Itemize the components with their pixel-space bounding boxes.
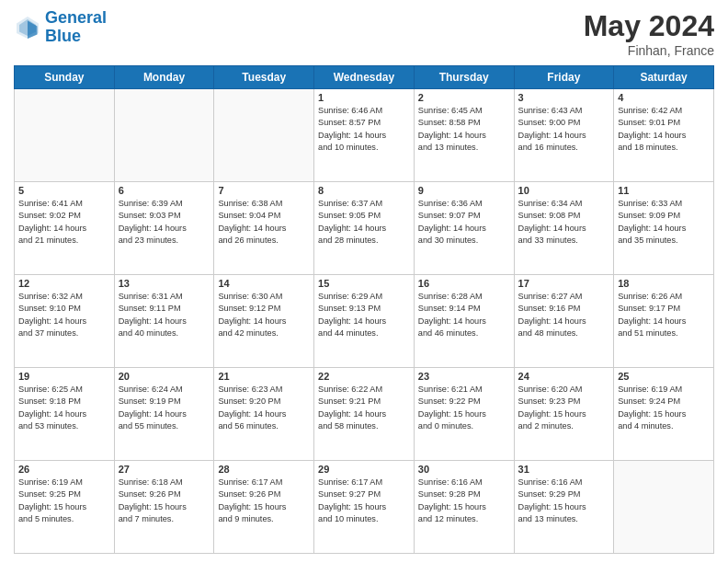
day-header-friday: Friday — [514, 66, 614, 89]
day-header-sunday: Sunday — [15, 66, 115, 89]
calendar-week-1: 1Sunrise: 6:46 AM Sunset: 8:57 PM Daylig… — [15, 89, 714, 182]
day-number: 23 — [418, 371, 510, 382]
day-number: 24 — [518, 371, 610, 382]
cell-info: Sunrise: 6:19 AM Sunset: 9:24 PM Dayligh… — [618, 384, 710, 432]
calendar-cell: 25Sunrise: 6:19 AM Sunset: 9:24 PM Dayli… — [614, 368, 714, 461]
day-number: 6 — [119, 185, 210, 196]
day-number: 18 — [618, 278, 710, 289]
cell-info: Sunrise: 6:28 AM Sunset: 9:14 PM Dayligh… — [418, 291, 510, 339]
day-number: 10 — [518, 185, 610, 196]
calendar-cell: 14Sunrise: 6:30 AM Sunset: 9:12 PM Dayli… — [214, 275, 314, 368]
day-number: 13 — [119, 278, 210, 289]
calendar-cell — [614, 461, 714, 554]
logo-line1: General — [45, 8, 107, 27]
cell-info: Sunrise: 6:33 AM Sunset: 9:09 PM Dayligh… — [618, 198, 710, 247]
calendar-cell — [114, 89, 214, 182]
day-number: 15 — [318, 278, 410, 289]
cell-info: Sunrise: 6:46 AM Sunset: 8:57 PM Dayligh… — [318, 105, 410, 154]
day-number: 20 — [119, 371, 210, 382]
logo-line2: Blue — [45, 27, 81, 45]
day-header-saturday: Saturday — [614, 66, 714, 89]
calendar-cell: 28Sunrise: 6:17 AM Sunset: 9:26 PM Dayli… — [214, 461, 314, 554]
day-number: 27 — [119, 464, 210, 475]
calendar-cell: 7Sunrise: 6:38 AM Sunset: 9:04 PM Daylig… — [214, 182, 314, 275]
day-header-thursday: Thursday — [414, 66, 514, 89]
calendar-cell: 18Sunrise: 6:26 AM Sunset: 9:17 PM Dayli… — [614, 275, 714, 368]
calendar-cell: 24Sunrise: 6:20 AM Sunset: 9:23 PM Dayli… — [514, 368, 614, 461]
calendar-week-3: 12Sunrise: 6:32 AM Sunset: 9:10 PM Dayli… — [15, 275, 714, 368]
month-title: May 2024 — [584, 9, 714, 43]
calendar-cell: 8Sunrise: 6:37 AM Sunset: 9:05 PM Daylig… — [314, 182, 415, 275]
calendar-cell: 5Sunrise: 6:41 AM Sunset: 9:02 PM Daylig… — [15, 182, 115, 275]
cell-info: Sunrise: 6:16 AM Sunset: 9:28 PM Dayligh… — [418, 477, 510, 525]
calendar-week-5: 26Sunrise: 6:19 AM Sunset: 9:25 PM Dayli… — [15, 461, 714, 554]
cell-info: Sunrise: 6:19 AM Sunset: 9:25 PM Dayligh… — [18, 477, 110, 525]
day-number: 26 — [18, 464, 110, 475]
cell-info: Sunrise: 6:32 AM Sunset: 9:10 PM Dayligh… — [18, 291, 110, 339]
day-number: 14 — [218, 278, 310, 289]
day-number: 7 — [218, 185, 310, 196]
calendar-cell: 26Sunrise: 6:19 AM Sunset: 9:25 PM Dayli… — [15, 461, 115, 554]
calendar-cell: 13Sunrise: 6:31 AM Sunset: 9:11 PM Dayli… — [114, 275, 214, 368]
calendar-cell: 23Sunrise: 6:21 AM Sunset: 9:22 PM Dayli… — [414, 368, 514, 461]
day-number: 2 — [418, 92, 510, 103]
cell-info: Sunrise: 6:45 AM Sunset: 8:58 PM Dayligh… — [418, 105, 510, 154]
cell-info: Sunrise: 6:37 AM Sunset: 9:05 PM Dayligh… — [318, 198, 410, 247]
cell-info: Sunrise: 6:22 AM Sunset: 9:21 PM Dayligh… — [318, 384, 410, 432]
day-number: 19 — [18, 371, 110, 382]
calendar-cell: 16Sunrise: 6:28 AM Sunset: 9:14 PM Dayli… — [414, 275, 514, 368]
calendar-cell: 6Sunrise: 6:39 AM Sunset: 9:03 PM Daylig… — [114, 182, 214, 275]
calendar-cell: 17Sunrise: 6:27 AM Sunset: 9:16 PM Dayli… — [514, 275, 614, 368]
cell-info: Sunrise: 6:17 AM Sunset: 9:26 PM Dayligh… — [218, 477, 310, 525]
cell-info: Sunrise: 6:21 AM Sunset: 9:22 PM Dayligh… — [418, 384, 510, 432]
calendar-cell: 22Sunrise: 6:22 AM Sunset: 9:21 PM Dayli… — [314, 368, 415, 461]
day-number: 25 — [618, 371, 710, 382]
header: General Blue May 2024 Finhan, France — [14, 9, 714, 58]
calendar-cell: 3Sunrise: 6:43 AM Sunset: 9:00 PM Daylig… — [514, 89, 614, 182]
calendar-week-2: 5Sunrise: 6:41 AM Sunset: 9:02 PM Daylig… — [15, 182, 714, 275]
day-header-tuesday: Tuesday — [214, 66, 314, 89]
day-number: 21 — [218, 371, 310, 382]
location: Finhan, France — [584, 43, 714, 58]
calendar-cell: 11Sunrise: 6:33 AM Sunset: 9:09 PM Dayli… — [614, 182, 714, 275]
calendar-cell: 12Sunrise: 6:32 AM Sunset: 9:10 PM Dayli… — [15, 275, 115, 368]
calendar-header-row: SundayMondayTuesdayWednesdayThursdayFrid… — [15, 66, 714, 89]
cell-info: Sunrise: 6:39 AM Sunset: 9:03 PM Dayligh… — [119, 198, 210, 247]
day-number: 12 — [18, 278, 110, 289]
day-number: 4 — [618, 92, 710, 103]
calendar-cell: 29Sunrise: 6:17 AM Sunset: 9:27 PM Dayli… — [314, 461, 415, 554]
day-number: 28 — [218, 464, 310, 475]
calendar-cell: 1Sunrise: 6:46 AM Sunset: 8:57 PM Daylig… — [314, 89, 415, 182]
cell-info: Sunrise: 6:17 AM Sunset: 9:27 PM Dayligh… — [318, 477, 410, 525]
cell-info: Sunrise: 6:43 AM Sunset: 9:00 PM Dayligh… — [518, 105, 610, 154]
day-number: 17 — [518, 278, 610, 289]
calendar-cell: 30Sunrise: 6:16 AM Sunset: 9:28 PM Dayli… — [414, 461, 514, 554]
cell-info: Sunrise: 6:26 AM Sunset: 9:17 PM Dayligh… — [618, 291, 710, 339]
day-number: 9 — [418, 185, 510, 196]
cell-info: Sunrise: 6:30 AM Sunset: 9:12 PM Dayligh… — [218, 291, 310, 339]
cell-info: Sunrise: 6:23 AM Sunset: 9:20 PM Dayligh… — [218, 384, 310, 432]
day-number: 8 — [318, 185, 410, 196]
day-header-monday: Monday — [114, 66, 214, 89]
calendar-cell — [214, 89, 314, 182]
calendar-week-4: 19Sunrise: 6:25 AM Sunset: 9:18 PM Dayli… — [15, 368, 714, 461]
calendar-cell: 27Sunrise: 6:18 AM Sunset: 9:26 PM Dayli… — [114, 461, 214, 554]
cell-info: Sunrise: 6:18 AM Sunset: 9:26 PM Dayligh… — [119, 477, 210, 525]
day-number: 1 — [318, 92, 410, 103]
calendar-cell: 19Sunrise: 6:25 AM Sunset: 9:18 PM Dayli… — [15, 368, 115, 461]
cell-info: Sunrise: 6:24 AM Sunset: 9:19 PM Dayligh… — [119, 384, 210, 432]
calendar-cell: 10Sunrise: 6:34 AM Sunset: 9:08 PM Dayli… — [514, 182, 614, 275]
calendar-cell: 9Sunrise: 6:36 AM Sunset: 9:07 PM Daylig… — [414, 182, 514, 275]
day-number: 16 — [418, 278, 510, 289]
cell-info: Sunrise: 6:42 AM Sunset: 9:01 PM Dayligh… — [618, 105, 710, 154]
day-number: 22 — [318, 371, 410, 382]
title-area: May 2024 Finhan, France — [584, 9, 714, 58]
calendar-cell: 4Sunrise: 6:42 AM Sunset: 9:01 PM Daylig… — [614, 89, 714, 182]
day-number: 5 — [18, 185, 110, 196]
cell-info: Sunrise: 6:36 AM Sunset: 9:07 PM Dayligh… — [418, 198, 510, 247]
day-number: 30 — [418, 464, 510, 475]
day-number: 3 — [518, 92, 610, 103]
day-number: 31 — [518, 464, 610, 475]
logo-icon — [14, 14, 41, 41]
cell-info: Sunrise: 6:27 AM Sunset: 9:16 PM Dayligh… — [518, 291, 610, 339]
